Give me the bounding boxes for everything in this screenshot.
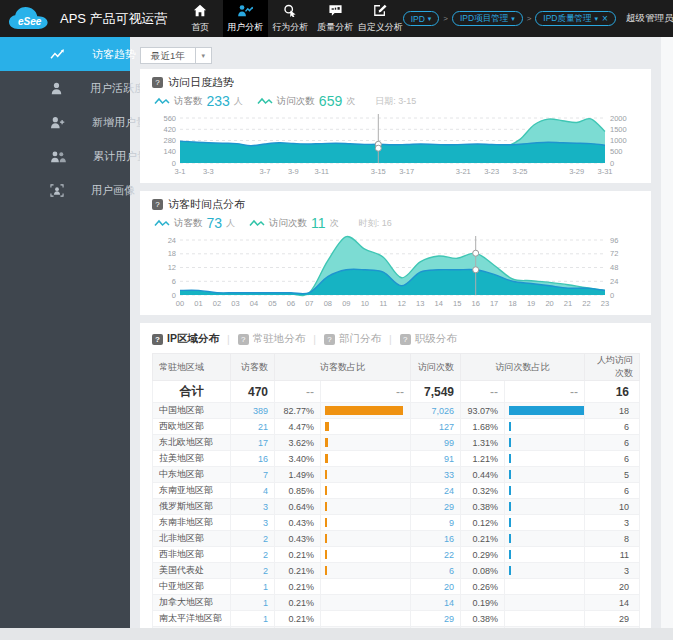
visitors-pct: 0.21% xyxy=(275,595,321,611)
visitors-count[interactable]: 7 xyxy=(231,467,275,483)
visitors-count[interactable]: 1 xyxy=(231,579,275,595)
time-range-select[interactable]: 最近1年 ▾ xyxy=(140,47,212,64)
visits-count[interactable]: 99 xyxy=(411,435,461,451)
visitors-count[interactable]: 2 xyxy=(231,531,275,547)
total-cell: -- xyxy=(461,381,505,403)
tab-IP区域分布[interactable]: ?IP区域分布 xyxy=(152,332,219,346)
help-icon[interactable]: ? xyxy=(238,334,249,345)
visitors-bar-cell xyxy=(321,531,411,547)
breadcrumb-pill-3[interactable]: IPD质量管理▾× xyxy=(535,11,616,26)
svg-text:420: 420 xyxy=(163,125,176,134)
table-row: 北非地区部20.43%160.21%8 xyxy=(153,531,640,547)
visits-count[interactable]: 9 xyxy=(411,515,461,531)
nav-item-4[interactable]: 质量分析 xyxy=(313,0,358,37)
table-header-row: 常驻地区域访客数访客数占比访问次数访问次数占比人均访问次数 xyxy=(153,354,640,381)
visits-count[interactable]: 24 xyxy=(411,483,461,499)
visitors-pct: 0.43% xyxy=(275,531,321,547)
table-row: 西欧地区部214.47%1271.68%6 xyxy=(153,419,640,435)
avg-visits: 29 xyxy=(585,611,640,627)
visitors-bar-cell xyxy=(321,403,411,419)
visitors-count[interactable]: 1 xyxy=(231,611,275,627)
sidebar-item-5[interactable]: 用户画像 xyxy=(0,173,130,207)
visits-bar xyxy=(509,406,585,415)
help-icon[interactable]: ? xyxy=(400,334,411,345)
nav-item-3[interactable]: 行为分析 xyxy=(268,0,313,37)
visits-count[interactable]: 91 xyxy=(411,451,461,467)
visitors-count[interactable]: 4 xyxy=(231,483,275,499)
sidebar-item-2[interactable]: 用户活跃度 xyxy=(0,71,130,105)
total-row: 合计470----7,549----16 xyxy=(153,381,640,403)
nav-item-1[interactable]: 首页 xyxy=(178,0,223,37)
breadcrumb-pill-1[interactable]: IPD▾ xyxy=(403,11,440,26)
visitors-bar xyxy=(325,550,327,559)
visitors-count[interactable]: 2 xyxy=(231,563,275,579)
visitors-bar xyxy=(325,518,327,527)
pill-label: IPD项目管理 xyxy=(460,13,508,25)
stat-unit: 人 xyxy=(234,95,243,108)
svg-text:72: 72 xyxy=(610,249,618,258)
nav-item-5[interactable]: 自定义分析 xyxy=(358,0,403,37)
visitors-bar-cell xyxy=(321,499,411,515)
visitors-count[interactable]: 389 xyxy=(231,403,275,419)
visits-count[interactable]: 29 xyxy=(411,499,461,515)
svg-text:3-29: 3-29 xyxy=(569,167,584,176)
svg-text:05: 05 xyxy=(268,299,276,308)
svg-text:15: 15 xyxy=(453,299,461,308)
tab-常驻地分布[interactable]: ?常驻地分布 xyxy=(238,332,306,346)
help-icon[interactable]: ? xyxy=(152,334,163,345)
main-content: 最近1年 ▾ ? 访问日度趋势 访客数233人访问次数659次日期: 3-15 … xyxy=(130,37,661,628)
logo[interactable]: eSee xyxy=(0,5,56,32)
hourly-chart[interactable]: 0062412481872249600010203040506070809101… xyxy=(152,235,639,309)
visitors-count[interactable]: 16 xyxy=(231,451,275,467)
visits-pct: 0.12% xyxy=(461,515,505,531)
help-icon[interactable]: ? xyxy=(324,334,335,345)
visitors-count[interactable]: 21 xyxy=(231,419,275,435)
visitors-count[interactable]: 3 xyxy=(231,515,275,531)
visitors-count[interactable]: 3 xyxy=(231,499,275,515)
visits-count[interactable]: 22 xyxy=(411,547,461,563)
visitors-count[interactable]: 2 xyxy=(231,547,275,563)
header-actions: IPD▾>IPD项目管理▾>IPD质量管理▾× 超级管理员 xyxy=(403,11,673,26)
caret-down-icon[interactable]: ▾ xyxy=(195,48,211,63)
distribution-table-card: ?IP区域分布|?常驻地分布|?部门分布|?职级分布 常驻地区域访客数访客数占比… xyxy=(140,323,651,640)
svg-text:96: 96 xyxy=(610,236,618,245)
visits-count[interactable]: 29 xyxy=(411,611,461,627)
close-icon[interactable]: × xyxy=(602,14,608,24)
visits-pct: 93.07% xyxy=(461,403,505,419)
visits-bar-cell xyxy=(505,563,585,579)
visitors-bar-cell xyxy=(321,483,411,499)
visits-count[interactable]: 14 xyxy=(411,595,461,611)
sidebar-item-4[interactable]: 累计用户量 xyxy=(0,139,130,173)
tab-部门分布[interactable]: ?部门分布 xyxy=(324,332,381,346)
table-tabs: ?IP区域分布|?常驻地分布|?部门分布|?职级分布 xyxy=(152,329,639,349)
visitors-count[interactable]: 17 xyxy=(231,435,275,451)
visitors-count[interactable]: 1 xyxy=(231,595,275,611)
help-icon[interactable]: ? xyxy=(152,77,163,88)
visits-count[interactable]: 16 xyxy=(411,531,461,547)
sidebar-item-1[interactable]: 访客趋势 xyxy=(0,37,130,71)
stat-访问次数: 访问次数11次 xyxy=(249,215,339,231)
visitors-pct: 3.40% xyxy=(275,451,321,467)
visits-count[interactable]: 127 xyxy=(411,419,461,435)
visits-count[interactable]: 20 xyxy=(411,579,461,595)
nav-item-2[interactable]: 用户分析 xyxy=(223,0,268,37)
visits-pct: 0.32% xyxy=(461,483,505,499)
sidebar-item-3[interactable]: 新增用户量 xyxy=(0,105,130,139)
daily-trend-title: 访问日度趋势 xyxy=(168,75,234,90)
visitors-bar xyxy=(325,422,329,431)
visits-bar-cell xyxy=(505,419,585,435)
visits-bar xyxy=(509,422,511,431)
avg-visits: 6 xyxy=(585,451,640,467)
user-analysis-icon xyxy=(237,4,254,18)
daily-trend-chart[interactable]: 001405002801000420150056020003-13-33-73-… xyxy=(152,113,639,177)
tab-职级分布[interactable]: ?职级分布 xyxy=(400,332,457,346)
visits-count[interactable]: 6 xyxy=(411,563,461,579)
visitors-pct: 0.21% xyxy=(275,563,321,579)
visits-count[interactable]: 33 xyxy=(411,467,461,483)
breadcrumb-pill-2[interactable]: IPD项目管理▾ xyxy=(452,11,523,26)
caret-down-icon: ▾ xyxy=(428,15,432,23)
visitors-bar xyxy=(325,454,328,463)
visits-count[interactable]: 7,026 xyxy=(411,403,461,419)
help-icon[interactable]: ? xyxy=(152,199,163,210)
visits-pct: 1.68% xyxy=(461,419,505,435)
